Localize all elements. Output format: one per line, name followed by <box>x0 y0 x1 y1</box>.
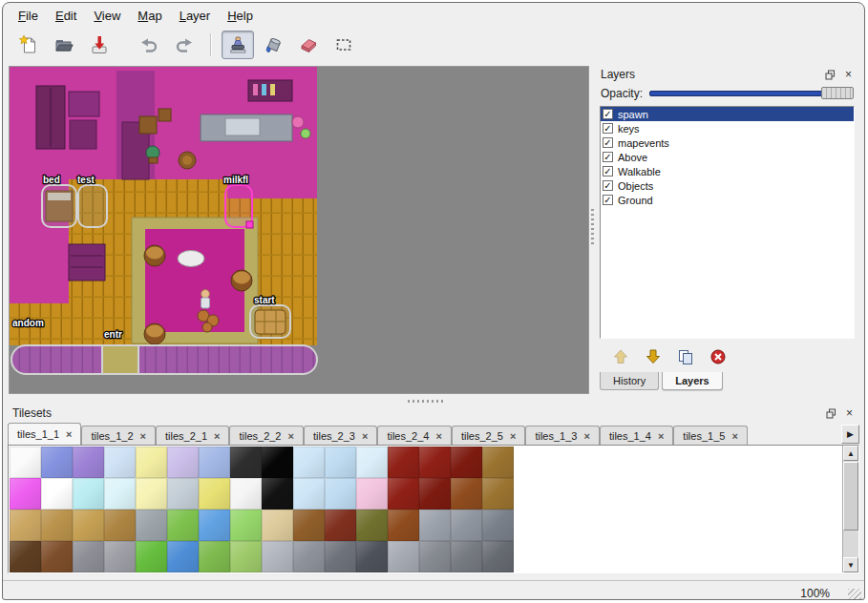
layer-visibility-checkbox[interactable]: ✓ <box>603 109 613 119</box>
tab-history[interactable]: History <box>600 372 659 390</box>
tile[interactable] <box>356 478 388 509</box>
tile[interactable] <box>419 447 451 478</box>
tile[interactable] <box>167 541 199 572</box>
redo-button[interactable] <box>168 31 201 59</box>
tab-layers[interactable]: Layers <box>662 372 722 390</box>
tile[interactable] <box>325 478 356 509</box>
opacity-slider[interactable] <box>649 86 854 100</box>
tileset-tab[interactable]: tiles_2_5× <box>452 426 525 445</box>
bucket-fill-button[interactable] <box>257 31 289 59</box>
layer-visibility-checkbox[interactable]: ✓ <box>603 180 613 191</box>
raise-layer-button[interactable] <box>609 346 632 367</box>
close-dock-button[interactable]: × <box>842 406 857 420</box>
layer-row-above[interactable]: ✓ Above <box>601 150 854 164</box>
float-dock-button[interactable] <box>824 406 838 420</box>
tile[interactable] <box>482 478 514 509</box>
tile[interactable] <box>10 447 41 478</box>
tile[interactable] <box>136 541 167 572</box>
layer-row-objects[interactable]: ✓ Objects <box>601 178 854 193</box>
scrollbar-thumb[interactable] <box>843 462 858 530</box>
tile[interactable] <box>388 509 419 541</box>
scroll-down-button[interactable]: ▼ <box>843 557 858 572</box>
tileset-tab[interactable]: tiles_1_5× <box>673 426 747 445</box>
tile[interactable] <box>199 478 230 509</box>
map-object-bottom-strip[interactable] <box>11 345 317 374</box>
close-tab-icon[interactable]: × <box>288 431 294 441</box>
tile[interactable] <box>230 478 262 509</box>
tile[interactable] <box>293 509 325 541</box>
close-tab-icon[interactable]: × <box>214 431 220 441</box>
tile[interactable] <box>230 509 262 541</box>
tile[interactable] <box>104 509 136 541</box>
eraser-button[interactable] <box>292 31 325 59</box>
tile[interactable] <box>262 447 293 478</box>
tile[interactable] <box>10 478 41 509</box>
layer-row-mapevents[interactable]: ✓ mapevents <box>601 135 854 150</box>
menu-layer[interactable]: Layer <box>172 6 219 26</box>
tile[interactable] <box>73 509 104 541</box>
menu-view[interactable]: View <box>86 6 128 26</box>
tile[interactable] <box>325 541 356 572</box>
map-object-bed[interactable] <box>42 185 76 227</box>
tile[interactable] <box>482 541 514 572</box>
tile[interactable] <box>73 478 104 509</box>
close-tab-icon[interactable]: × <box>140 431 146 441</box>
tile[interactable] <box>136 447 167 478</box>
save-map-button[interactable] <box>83 31 116 59</box>
tile[interactable] <box>167 447 199 478</box>
close-tab-icon[interactable]: × <box>362 431 368 441</box>
layer-visibility-checkbox[interactable]: ✓ <box>603 166 613 177</box>
tile[interactable] <box>388 447 419 478</box>
layer-row-walkable[interactable]: ✓ Walkable <box>601 164 854 178</box>
close-tab-icon[interactable]: × <box>66 429 72 439</box>
map-object-entr-tile[interactable] <box>102 345 138 374</box>
close-dock-button[interactable]: × <box>841 68 856 81</box>
tile[interactable] <box>136 509 167 541</box>
tile[interactable] <box>482 509 514 541</box>
tile[interactable] <box>419 509 451 541</box>
close-tab-icon[interactable]: × <box>435 431 441 441</box>
tile[interactable] <box>262 478 293 509</box>
menu-map[interactable]: Map <box>130 6 169 26</box>
tile[interactable] <box>136 478 167 509</box>
open-map-button[interactable] <box>48 31 80 59</box>
delete-layer-button[interactable] <box>707 346 730 367</box>
tile[interactable] <box>104 447 136 478</box>
tile[interactable] <box>325 447 356 478</box>
stamp-brush-button[interactable] <box>222 31 254 59</box>
tile[interactable] <box>73 447 104 478</box>
menu-file[interactable]: File <box>11 6 46 26</box>
tile[interactable] <box>104 541 136 572</box>
scroll-tabs-right-button[interactable]: ▶ <box>841 425 859 444</box>
tile[interactable] <box>451 478 482 509</box>
layer-visibility-checkbox[interactable]: ✓ <box>603 123 613 134</box>
tile[interactable] <box>41 509 73 541</box>
tile[interactable] <box>10 509 41 541</box>
tile[interactable] <box>167 478 199 509</box>
tileset-tab[interactable]: tiles_2_2× <box>229 426 303 445</box>
lower-layer-button[interactable] <box>642 346 665 367</box>
float-dock-button[interactable] <box>823 68 837 81</box>
vertical-splitter[interactable] <box>589 66 596 396</box>
tile[interactable] <box>41 447 73 478</box>
opacity-slider-handle[interactable] <box>821 87 854 99</box>
layer-visibility-checkbox[interactable]: ✓ <box>603 137 613 148</box>
layer-row-keys[interactable]: ✓ keys <box>601 121 854 135</box>
tile[interactable] <box>293 447 325 478</box>
tile[interactable] <box>451 509 482 541</box>
tile[interactable] <box>262 509 293 541</box>
menu-edit[interactable]: Edit <box>48 6 84 26</box>
tile[interactable] <box>419 478 451 509</box>
layer-visibility-checkbox[interactable]: ✓ <box>603 152 613 162</box>
tile[interactable] <box>451 541 482 572</box>
tile[interactable] <box>356 509 388 541</box>
selection-handle[interactable] <box>246 221 253 228</box>
new-map-button[interactable] <box>12 31 45 59</box>
tile[interactable] <box>388 478 419 509</box>
layer-row-spawn[interactable]: ✓ spawn <box>601 107 854 121</box>
tile[interactable] <box>199 541 230 572</box>
tile[interactable] <box>199 509 230 541</box>
map-view[interactable]: bed test milkfl start andom entr <box>9 66 589 394</box>
rect-select-button[interactable] <box>328 31 360 59</box>
map-object-test[interactable] <box>78 185 107 227</box>
